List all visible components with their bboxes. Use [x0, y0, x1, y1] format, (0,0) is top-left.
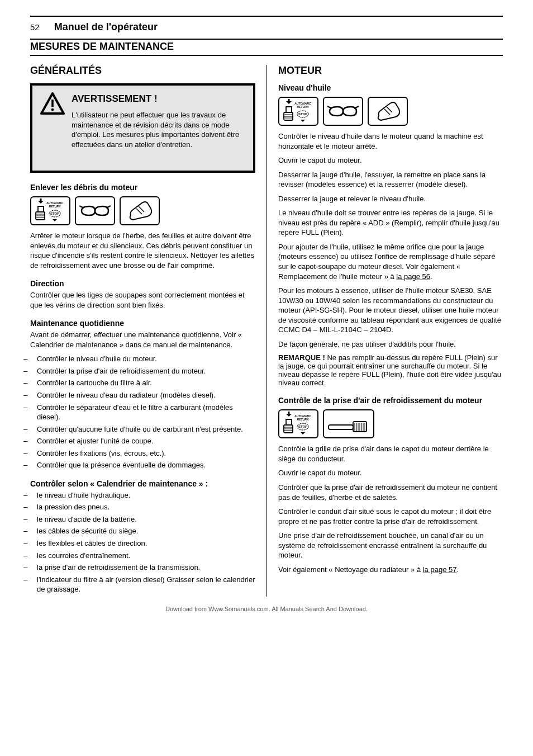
svg-rect-32: [288, 412, 290, 415]
daily-item-4: Contrôler le séparateur d'eau et le filt…: [37, 403, 233, 422]
svg-text:STOP: STOP: [298, 112, 307, 116]
intake-p1: Contrôle la grille de prise d'air dans l…: [278, 444, 503, 464]
right-column: MOTEUR Niveau d'huile AUTOMATIC RETURN: [266, 65, 503, 597]
list-item: – la prise d'air de refroidissement de l…: [30, 563, 255, 573]
two-column-layout: GÉNÉRALITÉS AVERTISSEMENT ! L'utilisateu…: [30, 65, 503, 597]
debris-p1: Arrêter le moteur lorsque de l'herbe, de…: [30, 231, 255, 270]
safety-glasses-icon: [323, 97, 363, 126]
svg-rect-6: [40, 199, 42, 202]
intake-p6-link[interactable]: la page 57: [423, 565, 457, 574]
list-item: – Contrôler et ajuster l'unité de coupe.: [30, 436, 255, 446]
intake-icon-row: AUTOMATIC RETURN STOP: [278, 409, 503, 438]
list-item: – Contrôler la prise d'air de refroidiss…: [30, 366, 255, 376]
svg-text:STOP: STOP: [50, 212, 59, 215]
warning-triangle-icon: [40, 92, 65, 115]
intake-heading: Contrôle de la prise d'air de refroidiss…: [278, 396, 503, 405]
stop-switch-icon: AUTOMATIC RETURN STOP: [278, 409, 318, 438]
sched-item-5: les courroies d'entraînement.: [37, 551, 130, 560]
oil-p3: Desserrer la jauge d'huile, l'essuyer, l…: [278, 170, 503, 190]
steering-p1: Contrôler que les tiges de soupapes sont…: [30, 290, 255, 310]
oil-p1: Contrôler le niveau d'huile dans le mote…: [278, 131, 503, 151]
section-title: MESURES DE MAINTENANCE: [30, 41, 503, 53]
svg-rect-19: [288, 99, 290, 102]
list-item: – les câbles de sécurité du siège.: [30, 526, 255, 536]
daily-item-2: Contrôler la cartouche du filtre à air.: [37, 379, 152, 387]
stop-switch-icon: AUTOMATIC RETURN STOP: [30, 196, 70, 225]
svg-point-1: [51, 108, 54, 111]
oil-p7: Pour les moteurs à essence, utiliser de …: [278, 286, 503, 335]
daily-item-3: Contrôler le niveau d'eau du radiateur (…: [37, 391, 216, 399]
sched-item-0: le niveau d'huile hydraulique.: [37, 491, 130, 499]
oil-p6a: Pour ajouter de l'huile, utilisez le mêm…: [278, 243, 496, 281]
page: 52 Manuel de l'opérateur MESURES DE MAIN…: [0, 0, 533, 619]
left-column: GÉNÉRALITÉS AVERTISSEMENT ! L'utilisateu…: [30, 65, 266, 597]
warning-title: AVERTISSEMENT !: [72, 93, 246, 105]
list-item: – l'indicateur du filtre à air (version …: [30, 575, 255, 594]
intake-p6b: .: [456, 565, 459, 574]
oil-p8: De façon générale, ne pas utiliser d'add…: [278, 339, 503, 349]
daily-item-8: Contrôler que la présence éventuelle de …: [37, 461, 206, 469]
safety-glasses-icon: [75, 196, 115, 225]
sched-item-1: la pression des pneus.: [37, 503, 110, 511]
list-item: – Contrôler le séparateur d'eau et le fi…: [30, 403, 255, 422]
sched-item-3: les câbles de sécurité du siège.: [37, 527, 138, 535]
oil-p6b: .: [430, 272, 432, 281]
list-item: – Contrôler le niveau d'huile du moteur.: [30, 354, 255, 364]
svg-rect-0: [51, 100, 54, 107]
right-h1: MOTEUR: [278, 65, 503, 77]
intake-p6a: Voir également « Nettoyage du radiateur …: [278, 565, 423, 574]
list-item: – Contrôler que la présence éventuelle d…: [30, 460, 255, 470]
list-item: – Contrôler qu'aucune fuite d'huile ou d…: [30, 424, 255, 434]
oil-p2: Ouvrir le capot du moteur.: [278, 155, 503, 166]
intake-p5: Une prise d'air de refroidissement bouch…: [278, 531, 503, 560]
sched-item-7: l'indicateur du filtre à air (version di…: [37, 575, 255, 594]
stop-switch-icon: AUTOMATIC RETURN STOP: [278, 97, 318, 126]
gloves-icon: [368, 97, 408, 126]
brush-icon: [323, 409, 374, 438]
oil-icon-row: AUTOMATIC RETURN STOP: [278, 97, 503, 126]
page-number: 52: [30, 22, 40, 32]
header-row: 52 Manuel de l'opérateur: [30, 21, 503, 33]
section-bar: MESURES DE MAINTENANCE: [30, 39, 503, 56]
svg-text:RETURN: RETURN: [297, 418, 309, 421]
list-item: – Contrôler le niveau d'eau du radiateur…: [30, 390, 255, 400]
sched-item-2: le niveau d'acide de la batterie.: [37, 515, 137, 523]
sched-heading: Contrôler selon « Calendrier de maintena…: [30, 479, 255, 488]
daily-item-6: Contrôler et ajuster l'unité de coupe.: [37, 437, 153, 445]
oil-heading: Niveau d'huile: [278, 83, 503, 92]
oil-p6: Pour ajouter de l'huile, utilisez le mêm…: [278, 242, 503, 281]
svg-rect-37: [329, 425, 353, 429]
intake-p2: Ouvrir le capot du moteur.: [278, 468, 503, 478]
steering-heading: Direction: [30, 279, 255, 288]
sched-item-6: la prise d'air de refroidissement de la …: [37, 563, 200, 571]
warning-box: AVERTISSEMENT ! L'utilisateur ne peut ef…: [30, 83, 255, 173]
list-item: – le niveau d'acide de la batterie.: [30, 514, 255, 525]
debris-icon-row: AUTOMATIC RETURN STOP: [30, 196, 255, 225]
svg-text:STOP: STOP: [298, 425, 307, 428]
left-h1: GÉNÉRALITÉS: [30, 65, 255, 77]
svg-text:RETURN: RETURN: [297, 105, 309, 108]
daily-intro: Avant de démarrer, effectuer une mainten…: [30, 330, 255, 349]
manual-title: Manuel de l'opérateur: [54, 21, 158, 33]
gloves-icon: [120, 196, 160, 225]
daily-item-7: Contrôler les fixations (vis, écrous, et…: [37, 449, 166, 457]
warning-text: L'utilisateur ne peut effectuer que les …: [72, 110, 246, 149]
daily-item-0: Contrôler le niveau d'huile du moteur.: [37, 355, 157, 363]
oil-p6-link[interactable]: la page 56: [396, 272, 430, 281]
intake-p3: Contrôler que la prise d'air de refroidi…: [278, 483, 503, 502]
header-divider-top: [30, 16, 503, 17]
note-line: REMARQUE ! Ne pas remplir au-dessus du r…: [278, 353, 503, 387]
list-item: – les courroies d'entraînement.: [30, 551, 255, 561]
list-item: – le niveau d'huile hydraulique.: [30, 490, 255, 500]
daily-item-1: Contrôler la prise d'air de refroidissem…: [37, 367, 206, 375]
sched-item-4: les flexibles et câbles de direction.: [37, 539, 147, 547]
footer-text: Download from Www.Somanuals.com. All Man…: [0, 606, 533, 612]
list-item: – Contrôler la cartouche du filtre à air…: [30, 378, 255, 388]
list-item: – la pression des pneus.: [30, 502, 255, 512]
daily-item-5: Contrôler qu'aucune fuite d'huile ou de …: [37, 425, 243, 433]
oil-p5: Le niveau d'huile doit se trouver entre …: [278, 208, 503, 238]
intake-p4: Contrôler le conduit d'air situé sous le…: [278, 507, 503, 526]
svg-text:RETURN: RETURN: [49, 205, 61, 208]
debris-heading: Enlever les débris du moteur: [30, 183, 255, 192]
daily-heading: Maintenance quotidienne: [30, 319, 255, 328]
